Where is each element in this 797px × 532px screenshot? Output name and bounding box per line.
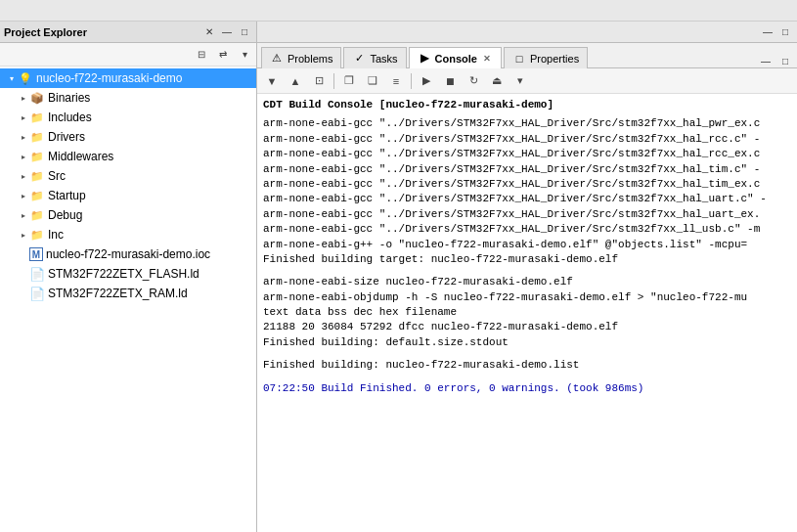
tree-arrow-middlewares: ▸ [18,153,29,161]
tree-item-includes[interactable]: ▸ 📁 Includes [0,108,256,127]
tree-arrow-includes: ▸ [18,113,29,122]
tab-console[interactable]: ▶ Console ✕ [409,47,502,68]
open-button[interactable]: ⏏ [486,71,508,91]
tree-arrow-binaries: ▸ [18,94,29,103]
tab-properties-label: Properties [530,53,579,65]
toolbar-separator-1 [333,73,334,89]
tree-arrow-inc: ▸ [18,231,29,240]
tree-arrow-src: ▸ [18,172,29,181]
console-line-0: arm-none-eabi-gcc "../Drivers/STM32F7xx_… [263,116,791,131]
tree-item-middlewares[interactable]: ▸ 📁 Middlewares [0,147,256,166]
tab-tasks[interactable]: ✓ Tasks [343,47,406,68]
console-line-8: arm-none-eabi-g++ -o "nucleo-f722-murasa… [263,238,791,252]
console-line-7: arm-none-eabi-gcc "../Drivers/STM32F7xx_… [263,222,791,237]
tree-item-inc[interactable]: ▸ 📁 Inc [0,225,256,244]
project-icon: 💡 [18,70,33,86]
pin-button[interactable]: ❑ [362,71,383,91]
console-line-15: Finished building: default.size.stdout [263,335,791,350]
scroll-up-button[interactable]: ▲ [285,71,306,91]
folder-icon-startup: 📁 [29,188,45,203]
folder-icon-binaries: 📦 [29,90,45,106]
copy-button[interactable]: ❐ [338,71,360,91]
tree-label-src: Src [48,169,66,183]
tab-tasks-label: Tasks [370,53,397,65]
tree-label-inc: Inc [48,228,64,242]
panel-close-button[interactable]: ✕ [201,25,217,39]
tree-arrow-startup: ▸ [18,192,29,200]
tab-console-close[interactable]: ✕ [481,53,493,65]
console-line-17: Finished building: nucleo-f722-murasaki-… [263,358,791,373]
refresh-button[interactable]: ↻ [463,71,484,91]
console-line-3: arm-none-eabi-gcc "../Drivers/STM32F7xx_… [263,162,791,177]
tree-label-ram: STM32F722ZETX_RAM.ld [48,287,188,300]
console-spacer-2 [263,350,791,358]
scroll-down-button[interactable]: ▼ [261,71,283,91]
console-line-final: 07:22:50 Build Finished. 0 errors, 0 war… [263,381,791,396]
tree-label-middlewares: Middlewares [48,150,113,163]
console-line-9: Finished building target: nucleo-f722-mu… [263,252,791,267]
tree-label-flash: STM32F722ZETX_FLASH.ld [48,267,199,281]
console-line-2: arm-none-eabi-gcc "../Drivers/STM32F7xx_… [263,147,791,161]
tree-label-includes: Includes [48,111,92,124]
panel-toolbar: ⊟ ⇄ ▾ [0,43,256,66]
folder-icon-includes: 📁 [29,110,45,125]
folder-icon-middlewares: 📁 [29,149,45,164]
tree-item-src[interactable]: ▸ 📁 Src [0,166,256,186]
file-icon-flash: 📄 [29,266,45,282]
console-toolbar: ▼ ▲ ⊡ ❐ ❑ ≡ ▶ ⏹ ↻ ⏏ ▾ [257,68,797,94]
tasks-icon: ✓ [352,52,366,66]
tree-item-debug[interactable]: ▸ 📁 Debug [0,205,256,225]
console-spacer-3 [263,374,791,381]
console-line-4: arm-none-eabi-gcc "../Drivers/STM32F7xx_… [263,177,791,192]
tab-problems-label: Problems [288,53,332,65]
tree-item-drivers[interactable]: ▸ 📁 Drivers [0,127,256,147]
console-line-11: arm-none-eabi-size nucleo-f722-murasaki-… [263,275,791,289]
tree-item-flash[interactable]: 📄 STM32F722ZETX_FLASH.ld [0,264,256,284]
link-with-editor-button[interactable]: ⇄ [213,46,233,64]
view-menu-button[interactable]: ▾ [235,46,254,64]
tree-label-root: nucleo-f722-murasaki-demo [36,71,182,85]
console-icon: ▶ [418,52,431,66]
clear-button[interactable]: ≡ [385,71,407,91]
panel-title: Project Explorer [4,26,199,38]
console-line-1: arm-none-eabi-gcc "../Drivers/STM32F7xx_… [263,132,791,147]
tree-label-startup: Startup [48,189,86,202]
console-title: CDT Build Console [nucleo-f722-murasaki-… [263,98,791,112]
tab-properties[interactable]: □ Properties [504,47,588,68]
file-icon-ram: 📄 [29,286,45,301]
console-output[interactable]: CDT Build Console [nucleo-f722-murasaki-… [257,94,797,532]
right-maximize-button[interactable]: □ [777,25,793,39]
tree-arrow-root: ▾ [6,74,18,83]
tree-item-ram[interactable]: 📄 STM32F722ZETX_RAM.ld [0,284,256,303]
collapse-all-button[interactable]: ⊟ [192,46,211,64]
tree-item-startup[interactable]: ▸ 📁 Startup [0,186,256,205]
tree-item-root[interactable]: ▾ 💡 nucleo-f722-murasaki-demo [0,68,256,88]
toolbar-separator-2 [411,73,412,89]
tree-item-binaries[interactable]: ▸ 📦 Binaries [0,88,256,108]
tab-panel-controls: — □ [756,54,793,67]
file-icon-ioc: M [29,247,43,261]
menu-button[interactable]: ▾ [509,71,531,91]
console-line-14: 21188 20 36084 57292 dfcc nucleo-f722-mu… [263,320,791,334]
right-minimize-button[interactable]: — [760,25,775,39]
tab-panel-maximize[interactable]: □ [777,54,793,67]
panel-minimize-button[interactable]: — [219,25,235,39]
tree-arrow-drivers: ▸ [18,133,29,142]
console-line-12: arm-none-eabi-objdump -h -S nucleo-f722-… [263,290,791,305]
right-top-bar: — □ [257,22,797,43]
folder-icon-drivers: 📁 [29,129,45,145]
new-console-button[interactable]: ⊡ [308,71,330,91]
panel-header: Project Explorer ✕ — □ [0,22,256,43]
stop-button[interactable]: ⏹ [439,71,461,91]
tree-label-binaries: Binaries [48,91,90,105]
window-bar [0,0,797,22]
panel-maximize-button[interactable]: □ [237,25,252,39]
run-button[interactable]: ▶ [416,71,437,91]
tree-item-ioc[interactable]: M nucleo-f722-murasaki-demo.ioc [0,244,256,264]
console-line-6: arm-none-eabi-gcc "../Drivers/STM32F7xx_… [263,207,791,222]
properties-icon: □ [512,52,526,66]
tab-panel-minimize[interactable]: — [758,54,774,67]
folder-icon-src: 📁 [29,168,45,184]
tab-problems[interactable]: ⚠ Problems [261,47,341,68]
project-tree: ▾ 💡 nucleo-f722-murasaki-demo ▸ 📦 Binari… [0,66,256,532]
